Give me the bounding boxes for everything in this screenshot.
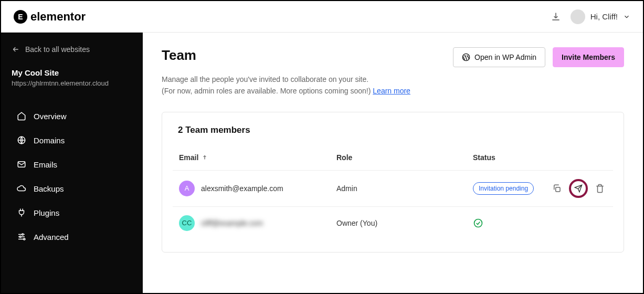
subtitle-line1: Manage all the people you've invited to … bbox=[162, 75, 368, 83]
member-avatar: CC bbox=[179, 215, 195, 231]
card-title: 2 Team members bbox=[173, 125, 613, 135]
invite-label: Invite Members bbox=[562, 53, 615, 61]
site-name: My Cool Site bbox=[12, 68, 132, 77]
page-title: Team bbox=[162, 47, 196, 64]
cloud-icon bbox=[17, 184, 26, 193]
wordpress-icon bbox=[462, 53, 470, 61]
status-badge: Invitation pending bbox=[473, 182, 534, 195]
download-icon[interactable] bbox=[551, 12, 561, 22]
svg-point-4 bbox=[24, 238, 25, 240]
open-wp-admin-button[interactable]: Open in WP Admin bbox=[453, 47, 545, 67]
brand-logo[interactable]: E elementor bbox=[14, 10, 86, 24]
table-row: A alexsmith@example.com Admin Invitation… bbox=[173, 170, 613, 206]
column-status[interactable]: Status bbox=[473, 153, 539, 162]
column-role[interactable]: Role bbox=[336, 153, 473, 162]
chevron-down-icon bbox=[623, 13, 630, 20]
arrow-left-icon bbox=[12, 45, 20, 54]
table-row: CC cliff@example.com Owner (You) bbox=[173, 206, 613, 239]
plug-icon bbox=[17, 208, 26, 217]
nav-label: Domains bbox=[34, 136, 65, 145]
nav-label: Backups bbox=[34, 184, 64, 193]
mail-icon bbox=[17, 160, 26, 169]
member-email: alexsmith@example.com bbox=[201, 184, 283, 193]
back-label: Back to all websites bbox=[25, 45, 90, 54]
nav-label: Advanced bbox=[34, 233, 69, 242]
invite-members-button[interactable]: Invite Members bbox=[553, 47, 624, 67]
sidebar-item-domains[interactable]: Domains bbox=[12, 128, 132, 152]
sidebar-item-advanced[interactable]: Advanced bbox=[12, 225, 132, 249]
nav-label: Emails bbox=[34, 160, 57, 169]
user-menu[interactable]: Hi, Cliff! bbox=[571, 9, 630, 24]
learn-more-link[interactable]: Learn more bbox=[373, 87, 410, 95]
user-avatar-icon bbox=[571, 9, 585, 24]
page-subtitle: Manage all the people you've invited to … bbox=[162, 74, 624, 97]
send-icon bbox=[574, 184, 583, 193]
back-to-websites-link[interactable]: Back to all websites bbox=[12, 45, 132, 54]
col-email-label: Email bbox=[179, 153, 198, 162]
svg-point-2 bbox=[22, 234, 24, 235]
sidebar-item-backups[interactable]: Backups bbox=[12, 176, 132, 201]
status-ok-icon bbox=[473, 218, 539, 228]
member-role: Admin bbox=[336, 184, 473, 193]
nav-label: Plugins bbox=[34, 208, 59, 217]
brand-name: elementor bbox=[30, 10, 86, 24]
main-content: Team Open in WP Admin Invite Members Man… bbox=[143, 33, 643, 293]
resend-invite-button[interactable] bbox=[569, 179, 588, 198]
nav-label: Overview bbox=[34, 112, 67, 121]
sidebar-item-emails[interactable]: Emails bbox=[12, 152, 132, 176]
sidebar-item-overview[interactable]: Overview bbox=[12, 104, 132, 128]
table-header: Email Role Status bbox=[173, 145, 613, 170]
globe-icon bbox=[17, 135, 26, 145]
column-email[interactable]: Email bbox=[179, 153, 336, 162]
svg-point-3 bbox=[19, 236, 21, 238]
user-greeting-text: Hi, Cliff! bbox=[590, 12, 618, 21]
svg-point-7 bbox=[474, 219, 482, 227]
sidebar: Back to all websites My Cool Site https:… bbox=[1, 33, 143, 293]
svg-rect-6 bbox=[556, 187, 560, 192]
member-role: Owner (You) bbox=[336, 219, 473, 227]
delete-icon[interactable] bbox=[593, 182, 607, 195]
sort-arrow-up-icon bbox=[202, 154, 208, 161]
subtitle-line2: (For now, admin roles are available. Mor… bbox=[162, 87, 373, 95]
site-info: My Cool Site https://ghlrmtnn.elementor.… bbox=[12, 68, 132, 87]
copy-icon[interactable] bbox=[550, 182, 564, 195]
home-icon bbox=[17, 111, 26, 121]
sidebar-item-plugins[interactable]: Plugins bbox=[12, 201, 132, 225]
member-avatar: A bbox=[179, 181, 195, 196]
logo-icon: E bbox=[14, 10, 27, 24]
team-card: 2 Team members Email Role Status A alexs… bbox=[162, 112, 624, 253]
sliders-icon bbox=[17, 232, 26, 242]
member-email: cliff@example.com bbox=[201, 219, 263, 227]
wp-admin-label: Open in WP Admin bbox=[474, 53, 536, 61]
site-url: https://ghlrmtnn.elementor.cloud bbox=[12, 79, 132, 87]
